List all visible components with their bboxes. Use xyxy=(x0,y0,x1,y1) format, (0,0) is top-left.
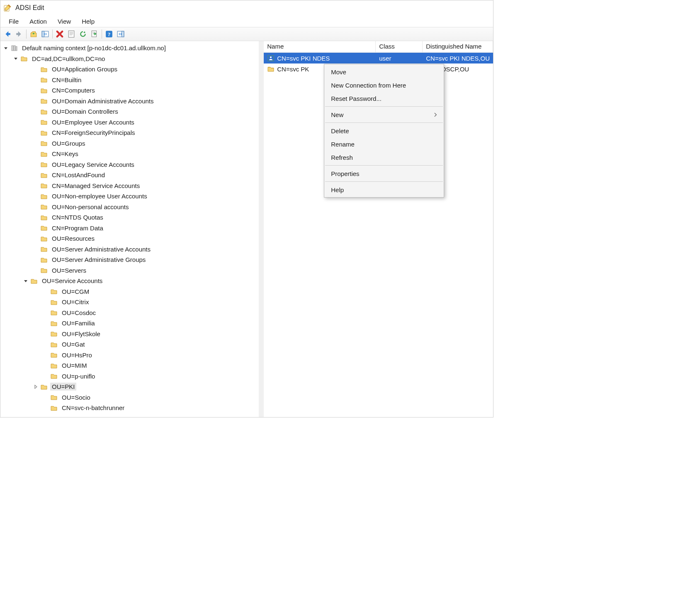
tree-item[interactable]: OU=Familia xyxy=(1,318,258,329)
folder-icon xyxy=(50,351,58,359)
folder-icon xyxy=(267,65,275,73)
folder-icon xyxy=(40,182,49,189)
ctx-move[interactable]: Move xyxy=(324,65,444,78)
tree-item[interactable]: OU=CGM xyxy=(1,286,258,297)
tree-item-label: OU=Service Accounts xyxy=(40,277,104,285)
action-pane-button[interactable] xyxy=(115,29,126,39)
tree-dc[interactable]: DC=ad,DC=ullkom,DC=no xyxy=(1,54,258,64)
tree-item[interactable]: OU=Employee User Accounts xyxy=(1,117,258,128)
folder-icon xyxy=(10,44,19,52)
menu-help[interactable]: Help xyxy=(77,17,100,26)
tree-item[interactable]: CN=Keys xyxy=(1,149,258,159)
ctx-properties[interactable]: Properties xyxy=(324,167,444,180)
folder-icon xyxy=(40,214,49,221)
tree-item-label: OU=Familia xyxy=(60,319,97,327)
folder-icon xyxy=(40,203,49,210)
help-button[interactable]: ? xyxy=(104,29,114,39)
ctx-rename[interactable]: Rename xyxy=(324,137,444,151)
toolbar-separator xyxy=(52,29,53,39)
header-name[interactable]: Name xyxy=(264,41,376,52)
tree-item[interactable]: OU=MIM xyxy=(1,360,258,371)
tree-item[interactable]: OU=Domain Controllers xyxy=(1,106,258,117)
twisty-none xyxy=(31,65,40,74)
properties-button[interactable] xyxy=(66,29,77,39)
show-hide-tree-button[interactable] xyxy=(40,29,51,39)
header-dn[interactable]: Distinguished Name xyxy=(423,41,493,52)
tree-scrollbar[interactable] xyxy=(259,41,264,417)
twisty-none xyxy=(41,329,50,338)
tree-item[interactable]: OU=Resources xyxy=(1,233,258,244)
twisty-none xyxy=(31,171,40,180)
ctx-delete[interactable]: Delete xyxy=(324,124,444,137)
svg-rect-16 xyxy=(14,46,15,51)
item-name: CN=svc PK xyxy=(277,66,309,73)
window-title: ADSI Edit xyxy=(15,4,44,12)
tree-service-accounts[interactable]: OU=Service Accounts xyxy=(1,276,258,286)
tree-item[interactable]: OU=Domain Administrative Accounts xyxy=(1,96,258,107)
toolbar-separator xyxy=(102,29,102,39)
ctx-separator xyxy=(325,122,443,123)
ctx-new-connection[interactable]: New Connection from Here xyxy=(324,78,444,92)
adsi-edit-window: ADSI Edit File Action View Help xyxy=(0,0,493,418)
ctx-new[interactable]: New xyxy=(324,108,444,121)
tree-item-label: CN=LostAndFound xyxy=(50,171,107,179)
menu-file[interactable]: File xyxy=(4,17,24,26)
tree-item-label: OU=Citrix xyxy=(60,298,90,306)
tree-item[interactable]: OU=Cosdoc xyxy=(1,308,258,318)
twisty-none xyxy=(41,298,50,307)
delete-button[interactable] xyxy=(54,29,65,39)
tree-item-label: OU=Gat xyxy=(60,340,86,348)
tree-item-label: OU=Cosdoc xyxy=(60,309,97,317)
tree-item[interactable]: CN=svc-n-batchrunner xyxy=(1,403,258,413)
export-list-button[interactable] xyxy=(89,29,100,39)
tree-pki[interactable]: OU=PKI xyxy=(1,381,258,392)
back-button[interactable] xyxy=(2,29,13,39)
tree-item[interactable]: OU=Non-employee User Accounts xyxy=(1,191,258,202)
menu-view[interactable]: View xyxy=(53,17,76,26)
folder-icon xyxy=(50,320,58,327)
tree-item-label: CN=NTDS Quotas xyxy=(50,213,105,221)
chevron-down-icon[interactable] xyxy=(11,54,20,63)
tree-item[interactable]: CN=NTDS Quotas xyxy=(1,212,258,223)
folder-icon xyxy=(20,55,29,62)
forward-button[interactable] xyxy=(14,29,24,39)
tree-item[interactable]: OU=FlytSkole xyxy=(1,329,258,339)
tree-item[interactable]: OU=HsPro xyxy=(1,350,258,361)
header-class[interactable]: Class xyxy=(376,41,423,52)
scroll-up-icon[interactable] xyxy=(259,41,264,47)
tree-item[interactable]: CN=ForeignSecurityPrincipals xyxy=(1,127,258,138)
tree-item[interactable]: CN=Computers xyxy=(1,85,258,96)
twisty-none xyxy=(41,340,50,349)
up-button[interactable] xyxy=(28,29,39,39)
tree[interactable]: Default naming context [p-no1dc-dc01.ad.… xyxy=(0,41,259,415)
list-row-selected[interactable]: CN=svc PKI NDES user CN=svc PKI NDES,OU xyxy=(264,53,493,63)
tree-item[interactable]: CN=LostAndFound xyxy=(1,170,258,181)
ctx-refresh[interactable]: Refresh xyxy=(324,151,444,164)
chevron-right-icon[interactable] xyxy=(31,382,40,391)
tree-item[interactable]: OU=Server Administrative Groups xyxy=(1,254,258,265)
chevron-down-icon[interactable] xyxy=(1,44,10,53)
chevron-down-icon[interactable] xyxy=(21,276,30,286)
folder-icon xyxy=(40,129,49,137)
tree-root[interactable]: Default naming context [p-no1dc-dc01.ad.… xyxy=(1,43,258,54)
toolbar-separator xyxy=(26,29,27,39)
tree-item[interactable]: OU=Citrix xyxy=(1,297,258,308)
tree-item[interactable]: CN=Program Data xyxy=(1,223,258,234)
tree-item-label: OU=Domain Administrative Accounts xyxy=(50,97,156,105)
refresh-button[interactable] xyxy=(78,29,88,39)
tree-item[interactable]: OU=Socio xyxy=(1,392,258,403)
tree-item[interactable]: OU=Gat xyxy=(1,339,258,350)
ctx-help[interactable]: Help xyxy=(324,183,444,196)
tree-item[interactable]: OU=Non-personal accounts xyxy=(1,202,258,212)
tree-item[interactable]: CN=Builtin xyxy=(1,75,258,85)
tree-item[interactable]: CN=Managed Service Accounts xyxy=(1,181,258,191)
tree-item[interactable]: OU=Server Administrative Accounts xyxy=(1,244,258,255)
tree-item[interactable]: OU=Application Groups xyxy=(1,64,258,75)
tree-item[interactable]: OU=Servers xyxy=(1,265,258,276)
tree-item[interactable]: OU=Groups xyxy=(1,138,258,149)
ctx-reset-password[interactable]: Reset Password... xyxy=(324,92,444,105)
tree-item[interactable]: OU=Legacy Service Accounts xyxy=(1,159,258,170)
menu-action[interactable]: Action xyxy=(24,17,52,26)
folder-icon xyxy=(50,404,58,412)
tree-item[interactable]: OU=p-uniflo xyxy=(1,371,258,382)
